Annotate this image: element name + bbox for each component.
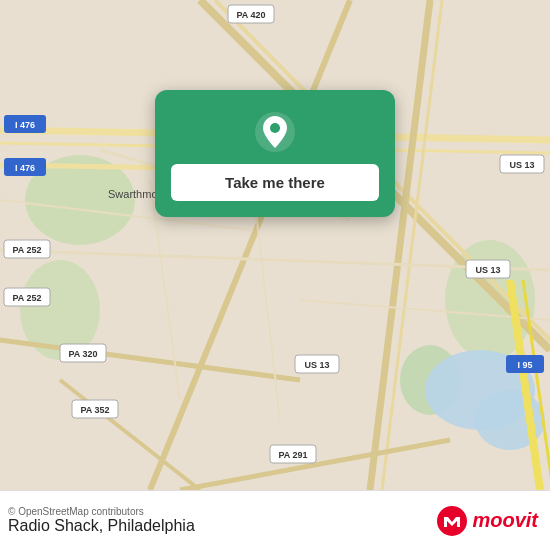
svg-text:I 476: I 476 xyxy=(15,163,35,173)
moovit-label: moovit xyxy=(472,509,538,532)
bottom-bar: © OpenStreetMap contributors Radio Shack… xyxy=(0,490,550,550)
svg-text:US 13: US 13 xyxy=(304,360,329,370)
svg-text:PA 420: PA 420 xyxy=(236,10,265,20)
map-container: I 476 I 476 PA 420 PA 252 PA 252 US 13 U… xyxy=(0,0,550,490)
svg-text:PA 252: PA 252 xyxy=(12,245,41,255)
location-pin-icon xyxy=(253,110,297,154)
svg-text:PA 352: PA 352 xyxy=(80,405,109,415)
location-info: © OpenStreetMap contributors Radio Shack… xyxy=(8,506,195,535)
location-title: Radio Shack, Philadelphia xyxy=(8,517,195,535)
svg-text:US 13: US 13 xyxy=(509,160,534,170)
svg-point-52 xyxy=(270,123,280,133)
take-me-there-button[interactable]: Take me there xyxy=(171,164,379,201)
svg-text:I 476: I 476 xyxy=(15,120,35,130)
svg-text:PA 252: PA 252 xyxy=(12,293,41,303)
svg-text:US 13: US 13 xyxy=(475,265,500,275)
svg-text:I 95: I 95 xyxy=(517,360,532,370)
moovit-icon xyxy=(436,505,468,537)
popup-card: Take me there xyxy=(155,90,395,217)
map-attribution: © OpenStreetMap contributors xyxy=(8,506,195,517)
svg-point-53 xyxy=(437,506,467,536)
svg-text:PA 291: PA 291 xyxy=(278,450,307,460)
svg-text:PA 320: PA 320 xyxy=(68,349,97,359)
moovit-logo: moovit xyxy=(436,505,538,537)
